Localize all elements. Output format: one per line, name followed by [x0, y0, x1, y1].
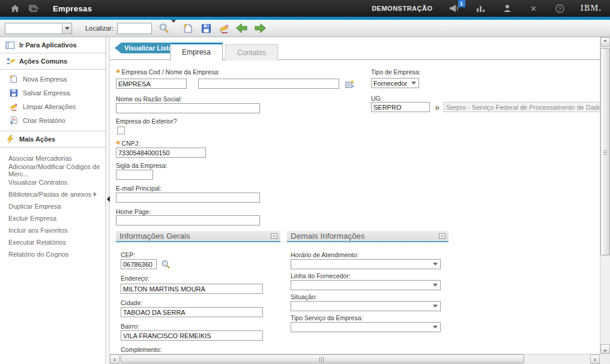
sidebar-item-label: Salvar Empresa	[23, 89, 70, 97]
new-record-icon[interactable]	[182, 22, 194, 34]
vertical-scrollbar[interactable]: ⌃ ⌄	[600, 37, 610, 354]
app-title: Empresas	[53, 4, 92, 13]
sidebar-item-relatorio-cognos[interactable]: Relatório do Cognos	[0, 248, 105, 260]
save-icon	[8, 88, 19, 98]
svg-text:?: ?	[558, 6, 562, 12]
sidebar-item-adicionar-codigos[interactable]: Adicionar/Modificar Códigos de Merc...	[0, 164, 105, 176]
help-icon[interactable]: ?	[554, 4, 566, 13]
home-icon[interactable]	[10, 4, 20, 13]
situacao-select[interactable]	[291, 301, 441, 311]
endereco-label: Endereço:	[121, 275, 149, 282]
select-caret-icon	[433, 263, 438, 266]
email-input[interactable]	[116, 192, 260, 203]
empresa-exterior-checkbox[interactable]	[117, 127, 125, 134]
ibm-logo: IBM.	[581, 4, 602, 13]
top-navigation-bar: Empresas DEMONSTRAÇÃO 1 ✕ ? IBM.	[0, 0, 610, 17]
bairro-label: Bairro:	[121, 323, 139, 330]
cnpj-input[interactable]	[116, 148, 206, 158]
tab-contatos[interactable]: Contatos	[225, 44, 278, 61]
sidebar-item-salvar-empresa[interactable]: Salvar Empresa	[0, 86, 105, 100]
empresa-cod-input[interactable]	[116, 79, 187, 89]
scroll-left-button[interactable]: ‹	[110, 354, 119, 364]
windows-stack-icon[interactable]	[29, 4, 40, 13]
common-actions-icon	[5, 56, 16, 66]
select-caret-icon	[433, 305, 438, 308]
razao-social-input[interactable]	[116, 103, 260, 113]
view-list-button[interactable]: Visualizar Lista	[115, 43, 178, 53]
search-icon[interactable]	[158, 22, 170, 34]
complemento-label: Complemento:	[121, 346, 162, 353]
search-options-caret[interactable]	[171, 23, 176, 34]
vertical-scroll-thumb[interactable]	[600, 48, 610, 255]
sidebar-item-label: Criar Relatório	[23, 117, 65, 124]
clear-changes-icon	[8, 102, 19, 112]
ug-input[interactable]	[371, 102, 430, 112]
record-form-panel: Visualizar Lista Empresa Contatos ✱Empre…	[110, 37, 600, 354]
create-report-icon	[8, 116, 19, 125]
tipo-servico-label: Tipo Serviço da Empresa:	[291, 314, 363, 321]
signout-icon[interactable]: ✕	[528, 4, 540, 13]
cidade-label: Cidade:	[121, 299, 142, 306]
minimize-section-icon[interactable]	[439, 233, 445, 239]
sidebar-item-go-to-applications[interactable]: Ir Para Aplicativos	[0, 37, 105, 53]
linha-fornecedor-label: Linha do Fornecedor:	[291, 272, 351, 279]
sidebar-more-actions-label: Mais Ações	[19, 136, 55, 143]
tipo-empresa-select[interactable]: Fornecedor	[371, 78, 419, 88]
sidebar-item-visualizar-contratos[interactable]: Visualizar Contratos	[0, 176, 105, 188]
scroll-grip	[319, 357, 324, 362]
announcements-icon[interactable]: 1	[448, 4, 461, 13]
empresa-exterior-label: Empresa do Exterior?	[116, 118, 177, 125]
reports-icon[interactable]	[475, 4, 487, 13]
horizontal-scroll-thumb[interactable]	[121, 354, 524, 363]
save-icon[interactable]	[200, 22, 212, 34]
quick-select-combobox[interactable]	[5, 23, 72, 34]
sigla-label: Sigla da Empresa:	[116, 162, 168, 169]
clear-changes-icon[interactable]	[218, 22, 230, 34]
sidebar-item-incluir-favoritos[interactable]: Incluir aos Favoritos	[0, 224, 105, 236]
scroll-down-button[interactable]: ⌄	[600, 344, 610, 354]
sidebar-item-executar-relatorios[interactable]: Executar Relatórios	[0, 236, 105, 248]
find-input[interactable]	[117, 23, 152, 34]
sidebar-item-associar-mercadorias[interactable]: Associar Mercadorias	[0, 152, 105, 164]
cep-label: CEP:	[121, 251, 136, 258]
sidebar-item-biblioteca-anexos[interactable]: Biblioteca/Pastas de anexos	[0, 188, 105, 200]
sidebar-item-label: Nova Empresa	[23, 76, 67, 83]
sidebar-item-limpar-alteracoes[interactable]: Limpar Alterações	[0, 100, 105, 113]
sidebar-item-nova-empresa[interactable]: Nova Empresa	[0, 72, 105, 86]
sidebar-item-criar-relatorio[interactable]: Criar Relatório	[0, 113, 105, 127]
cep-input[interactable]	[121, 259, 157, 269]
sigla-input[interactable]	[116, 170, 153, 180]
scroll-up-button[interactable]: ⌃	[600, 37, 610, 47]
scrollbar-corner	[600, 354, 610, 364]
combobox-caret-icon[interactable]	[62, 23, 71, 34]
previous-record-icon[interactable]	[236, 22, 248, 34]
tab-empresa[interactable]: Empresa	[170, 43, 223, 61]
environment-label: DEMONSTRAÇÃO	[372, 5, 432, 12]
horario-select[interactable]	[291, 259, 441, 269]
profile-icon[interactable]	[501, 4, 513, 13]
sidebar-common-actions-label: Ações Comuns	[19, 58, 67, 65]
next-record-icon[interactable]	[254, 22, 266, 34]
go-to-detail-chevron-icon[interactable]: »	[435, 103, 439, 112]
new-document-icon	[8, 74, 19, 84]
sidebar-item-duplicar-empresa[interactable]: Duplicar Empresa	[0, 200, 105, 212]
detail-menu-icon[interactable]	[344, 79, 355, 89]
homepage-input[interactable]	[116, 215, 260, 225]
scroll-right-button[interactable]: ›	[590, 354, 600, 364]
horizontal-scrollbar[interactable]: ‹ ›	[110, 354, 600, 364]
bairro-input[interactable]	[121, 330, 263, 341]
empresa-nome-input[interactable]	[198, 79, 339, 89]
record-toolbar: Localizar:	[0, 20, 610, 37]
linha-fornecedor-select[interactable]	[291, 280, 441, 290]
sidebar-item-excluir-empresa[interactable]: Excluir Empresa	[0, 212, 105, 224]
ug-label: UG:	[371, 95, 382, 102]
sidebar-header-more-actions[interactable]: Mais Ações	[0, 131, 105, 148]
cep-search-icon[interactable]	[160, 259, 171, 270]
tab-strip: Visualizar Lista Empresa Contatos	[110, 37, 600, 60]
sidebar-header-common-actions[interactable]: Ações Comuns	[0, 53, 105, 70]
cidade-input[interactable]	[121, 307, 263, 317]
find-label: Localizar:	[85, 25, 113, 32]
minimize-section-icon[interactable]	[271, 233, 277, 239]
endereco-input[interactable]	[121, 284, 263, 294]
tipo-servico-select[interactable]	[291, 322, 441, 332]
